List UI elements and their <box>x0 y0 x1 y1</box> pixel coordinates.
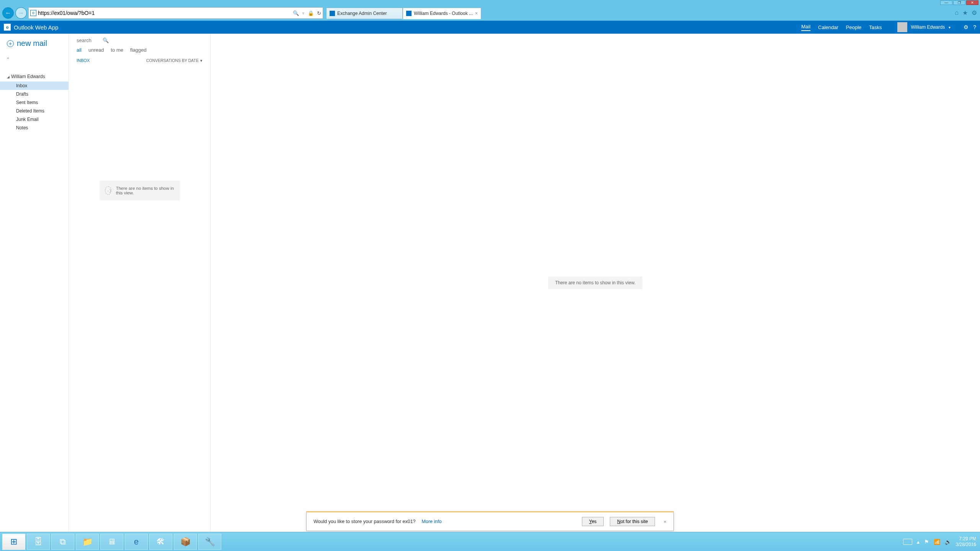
taskbar-app6[interactable]: 🛠 <box>149 534 172 550</box>
user-menu-caret-icon[interactable]: ▾ <box>949 25 951 29</box>
tray-clock[interactable]: 7:29 PM 3/28/2016 <box>956 536 976 548</box>
ie-tab-outlook-active[interactable]: William Edwards - Outlook ... × <box>403 8 481 19</box>
tray-sound-icon[interactable]: 🔈 <box>945 539 951 545</box>
tray-network-icon[interactable]: 📶 <box>934 539 940 545</box>
sort-dropdown[interactable]: CONVERSATIONS BY DATE ▾ <box>146 58 203 63</box>
owa-header: o Outlook Web App Mail Calendar People T… <box>0 21 980 34</box>
pw-more-info-link[interactable]: More info <box>422 519 442 524</box>
start-button[interactable]: ⊞ <box>2 534 25 550</box>
tray-flag-icon[interactable]: ⚑ <box>924 539 929 545</box>
ie-lock-icon[interactable]: 🔒 <box>308 10 314 16</box>
ie-site-icon: o <box>30 10 36 16</box>
keyboard-icon[interactable] <box>903 539 912 545</box>
empty-list-text: There are no items to show in this view. <box>116 186 175 195</box>
taskbar-app8[interactable]: 🔧 <box>198 534 221 550</box>
ie-tab-exchange-admin[interactable]: Exchange Admin Center <box>326 8 403 19</box>
empty-face-icon: : - ) <box>105 186 111 195</box>
list-header-row: INBOX CONVERSATIONS BY DATE ▾ <box>69 55 210 66</box>
filter-all[interactable]: all <box>77 47 82 53</box>
sort-label: CONVERSATIONS BY DATE <box>146 58 199 63</box>
window-minimize[interactable]: — <box>940 0 952 5</box>
filter-unread[interactable]: unread <box>88 47 104 53</box>
taskbar-console[interactable]: 🖥 <box>100 534 123 550</box>
pw-close-icon[interactable]: × <box>663 519 666 525</box>
ie-password-prompt: Would you like to store your password fo… <box>306 511 674 531</box>
ie-favorites-icon[interactable]: ★ <box>962 9 968 16</box>
plus-circle-icon: + <box>7 40 14 47</box>
ie-address-bar[interactable]: o 🔍 ▾ 🔒 ↻ <box>28 7 323 19</box>
folder-sent[interactable]: Sent Items <box>7 98 65 107</box>
owa-logo-icon: o <box>4 24 11 31</box>
folder-sidebar: + new mail « ◢William Edwards Inbox Draf… <box>0 34 69 532</box>
folder-drafts[interactable]: Drafts <box>7 90 65 98</box>
tray-date: 3/28/2016 <box>956 542 976 548</box>
taskbar-app7[interactable]: 📦 <box>174 534 197 550</box>
tray-arrow-icon[interactable]: ▴ <box>917 539 920 545</box>
ie-forward-button[interactable]: → <box>15 7 27 19</box>
window-maximize[interactable]: ❐ <box>953 0 965 5</box>
list-header-title: INBOX <box>77 58 90 63</box>
taskbar-ie[interactable]: e <box>125 534 148 550</box>
ie-home-icon[interactable]: ⌂ <box>955 9 959 16</box>
folder-junk[interactable]: Junk Email <box>7 115 65 124</box>
window-close[interactable]: ✕ <box>966 0 978 5</box>
folder-list: Inbox Drafts Sent Items Deleted Items Ju… <box>7 82 65 132</box>
folder-deleted[interactable]: Deleted Items <box>7 107 65 115</box>
window-titlebar: — ❐ ✕ <box>0 0 980 5</box>
help-icon[interactable]: ? <box>973 24 976 30</box>
ie-toolbar: ← → o 🔍 ▾ 🔒 ↻ Exchange Admin Center Will… <box>0 5 980 21</box>
search-icon[interactable]: 🔍 <box>103 37 109 43</box>
pw-yes-button[interactable]: Yes <box>582 517 604 526</box>
filter-flagged[interactable]: flagged <box>130 47 147 53</box>
search-input[interactable] <box>77 37 100 43</box>
ie-tab-title: Exchange Admin Center <box>337 11 387 16</box>
ie-tab-favicon <box>330 11 335 16</box>
ie-refresh-icon[interactable]: ↻ <box>317 10 321 16</box>
ie-search-dropdown-icon[interactable]: 🔍 <box>293 10 299 16</box>
tray-time: 7:29 PM <box>956 536 976 542</box>
nav-calendar[interactable]: Calendar <box>818 24 838 30</box>
system-tray: ▴ ⚑ 📶 🔈 7:29 PM 3/28/2016 <box>903 536 978 548</box>
owa-app-title: Outlook Web App <box>14 24 58 31</box>
nav-tasks[interactable]: Tasks <box>869 24 882 30</box>
message-list-pane: 🔍 all unread to me flagged INBOX CONVERS… <box>69 34 211 532</box>
chevron-down-icon: ▾ <box>200 58 203 63</box>
folder-inbox[interactable]: Inbox <box>0 82 69 90</box>
sidebar-collapse-button[interactable]: « <box>7 55 65 60</box>
empty-reading-text: There are no items to show in this view. <box>548 276 642 289</box>
ie-tab-title: William Edwards - Outlook ... <box>414 11 473 16</box>
settings-gear-icon[interactable]: ⚙ <box>964 24 969 30</box>
ie-back-button[interactable]: ← <box>2 7 14 19</box>
user-avatar[interactable] <box>897 22 907 32</box>
nav-mail[interactable]: Mail <box>801 24 810 31</box>
search-row: 🔍 <box>69 34 210 43</box>
ie-url-input[interactable] <box>38 10 293 16</box>
new-mail-button[interactable]: + new mail <box>7 39 65 48</box>
pw-not-button[interactable]: Not for this site <box>610 517 655 526</box>
reading-pane: There are no items to show in this view. <box>211 34 980 532</box>
new-mail-label: new mail <box>17 39 47 48</box>
owa-body: + new mail « ◢William Edwards Inbox Draf… <box>0 34 980 532</box>
filter-tome[interactable]: to me <box>111 47 124 53</box>
pw-prompt-text: Would you like to store your password fo… <box>314 519 416 524</box>
ie-tabstrip: Exchange Admin Center William Edwards - … <box>326 7 481 19</box>
taskbar-powershell[interactable]: ⧉ <box>51 534 74 550</box>
account-label: William Edwards <box>11 74 45 79</box>
nav-people[interactable]: People <box>846 24 861 30</box>
user-name[interactable]: William Edwards <box>911 24 945 30</box>
ie-tab-close-icon[interactable]: × <box>475 11 478 16</box>
taskbar-explorer[interactable]: 📁 <box>76 534 99 550</box>
empty-list-notice: : - ) There are no items to show in this… <box>100 181 180 201</box>
ie-tab-favicon <box>406 11 412 16</box>
ie-tools-icon[interactable]: ⚙ <box>972 9 977 16</box>
filter-row: all unread to me flagged <box>69 43 210 55</box>
windows-taskbar: ⊞ 🗄 ⧉ 📁 🖥 e 🛠 📦 🔧 ▴ ⚑ 📶 🔈 7:29 PM 3/28/2… <box>0 532 980 551</box>
account-node[interactable]: ◢William Edwards <box>7 74 65 79</box>
taskbar-server-manager[interactable]: 🗄 <box>27 534 50 550</box>
tree-caret-icon: ◢ <box>7 75 10 79</box>
folder-notes[interactable]: Notes <box>7 124 65 132</box>
